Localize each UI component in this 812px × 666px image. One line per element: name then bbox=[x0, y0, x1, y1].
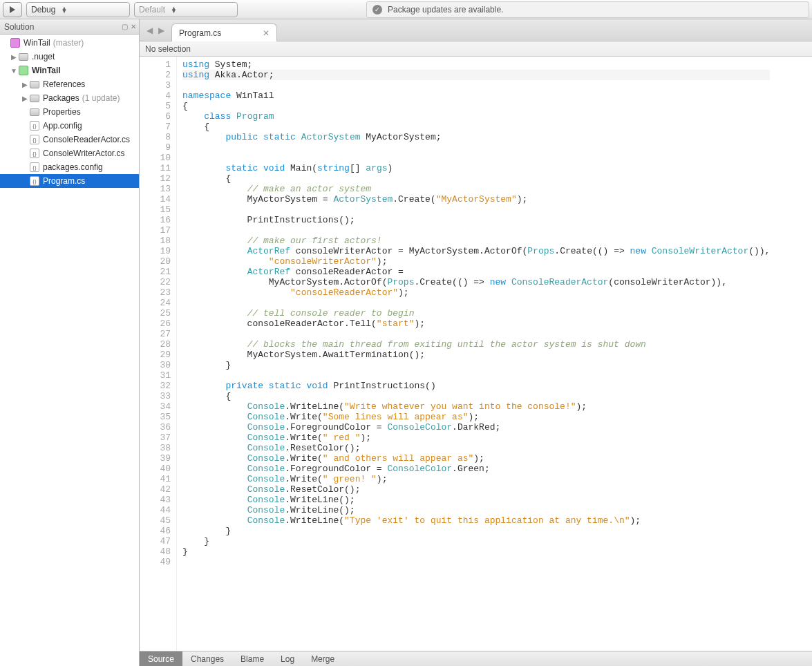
tree-item-properties[interactable]: Properties bbox=[0, 105, 139, 119]
solution-tree[interactable]: WinTail(master)▶.nuget▼WinTail▶Reference… bbox=[0, 35, 139, 666]
code-line[interactable]: // tell console reader to begin bbox=[182, 308, 770, 318]
tree-item--nuget[interactable]: ▶.nuget bbox=[0, 50, 139, 64]
code-line[interactable]: Console.ResetColor(); bbox=[182, 484, 770, 495]
code-editor[interactable]: 1234567891011121314151617181920212223242… bbox=[140, 57, 812, 651]
code-line[interactable]: Console.WriteLine(); bbox=[182, 495, 770, 505]
tab-strip: ◀ ▶ Program.cs ✕ bbox=[140, 19, 812, 41]
project-icon bbox=[18, 65, 29, 76]
tree-item-packages[interactable]: ▶Packages(1 update) bbox=[0, 91, 139, 105]
bottom-tab-changes[interactable]: Changes bbox=[182, 651, 232, 666]
line-number: 15 bbox=[140, 204, 171, 215]
code-line[interactable]: // blocks the main thread from exiting u… bbox=[182, 339, 770, 350]
code-line[interactable] bbox=[182, 298, 770, 308]
code-line[interactable]: // make an actor system bbox=[182, 184, 770, 194]
config-label: Debug bbox=[31, 5, 55, 15]
code-line[interactable]: Console.ResetColor(); bbox=[182, 443, 770, 453]
code-line[interactable]: Console.ForegroundColor = ConsoleColor.G… bbox=[182, 464, 770, 474]
nav-forward-icon[interactable]: ▶ bbox=[158, 26, 164, 35]
tree-item-wintail[interactable]: ▼WinTail bbox=[0, 64, 139, 77]
line-number: 14 bbox=[140, 194, 171, 204]
code-line[interactable]: "consoleWriterActor"); bbox=[182, 256, 770, 267]
code-line[interactable]: Console.WriteLine("Write whatever you wa… bbox=[182, 401, 770, 412]
disclosure-icon[interactable]: ▶ bbox=[21, 81, 29, 88]
code-line[interactable] bbox=[182, 557, 770, 567]
code-line[interactable] bbox=[182, 329, 770, 339]
code-line[interactable]: } bbox=[182, 360, 770, 370]
bottom-tab-source[interactable]: Source bbox=[140, 651, 182, 666]
tree-item-consolereaderactor-cs[interactable]: {}ConsoleReaderActor.cs bbox=[0, 133, 139, 146]
code-line[interactable]: ActorRef consoleWriterActor = MyActorSys… bbox=[182, 246, 770, 256]
code-content[interactable]: using System;using Akka.Actor; namespace… bbox=[177, 57, 770, 651]
panel-close-icon[interactable]: ✕ bbox=[131, 23, 136, 30]
code-line[interactable]: Console.WriteLine("Type 'exit' to quit t… bbox=[182, 515, 770, 526]
code-line[interactable]: } bbox=[182, 526, 770, 536]
code-line[interactable]: MyActorSystem.ActorOf(Props.Create(() =>… bbox=[182, 277, 770, 287]
code-line[interactable]: namespace WinTail bbox=[182, 91, 770, 101]
bottom-tab-merge[interactable]: Merge bbox=[303, 651, 343, 666]
code-line[interactable]: MyActorSystem = ActorSystem.Create("MyAc… bbox=[182, 194, 770, 204]
code-line[interactable] bbox=[182, 204, 770, 215]
code-line[interactable]: consoleReaderActor.Tell("start"); bbox=[182, 318, 770, 329]
notification-bar[interactable]: ✓ Package updates are available. bbox=[366, 1, 809, 18]
tree-item-packages-config[interactable]: {}packages.config bbox=[0, 160, 139, 174]
code-line[interactable]: Console.Write(" green! "); bbox=[182, 474, 770, 484]
code-line[interactable]: } bbox=[182, 546, 770, 557]
dropdown-arrows-icon: ▲▼ bbox=[171, 7, 177, 12]
code-line[interactable]: { bbox=[182, 122, 770, 132]
line-number: 45 bbox=[140, 515, 171, 526]
target-dropdown[interactable]: Default ▲▼ bbox=[134, 2, 238, 17]
code-line[interactable] bbox=[182, 370, 770, 381]
code-line[interactable]: using Akka.Actor; bbox=[182, 70, 770, 80]
code-line[interactable]: static void Main(string[] args) bbox=[182, 163, 770, 173]
tree-item-wintail[interactable]: WinTail(master) bbox=[0, 36, 139, 50]
line-number: 40 bbox=[140, 464, 171, 474]
code-line[interactable]: Console.ForegroundColor = ConsoleColor.D… bbox=[182, 422, 770, 432]
code-line[interactable]: class Program bbox=[182, 111, 770, 122]
code-line[interactable]: Console.WriteLine(); bbox=[182, 505, 770, 515]
config-dropdown[interactable]: Debug ▲▼ bbox=[26, 2, 130, 17]
bottom-tab-log[interactable]: Log bbox=[272, 651, 303, 666]
code-line[interactable]: Console.Write(" red "); bbox=[182, 432, 770, 443]
nav-back-icon[interactable]: ◀ bbox=[147, 26, 153, 35]
editor-bottom-tabs: SourceChangesBlameLogMerge bbox=[140, 651, 812, 666]
top-toolbar: Debug ▲▼ Default ▲▼ ✓ Package updates ar… bbox=[0, 0, 812, 19]
code-line[interactable]: } bbox=[182, 536, 770, 546]
code-line[interactable]: Console.Write(" and others will appear a… bbox=[182, 453, 770, 464]
editor-tab[interactable]: Program.cs ✕ bbox=[171, 23, 277, 41]
disclosure-icon[interactable]: ▶ bbox=[21, 95, 29, 102]
line-number: 21 bbox=[140, 267, 171, 277]
line-number: 10 bbox=[140, 153, 171, 163]
code-line[interactable] bbox=[182, 142, 770, 153]
code-line[interactable]: { bbox=[182, 391, 770, 401]
check-icon: ✓ bbox=[372, 5, 382, 15]
code-line[interactable]: Console.Write("Some lines will appear as… bbox=[182, 412, 770, 422]
tree-item-consolewriteractor-cs[interactable]: {}ConsoleWriterActor.cs bbox=[0, 146, 139, 160]
code-line[interactable] bbox=[182, 80, 770, 91]
code-line[interactable]: PrintInstructions(); bbox=[182, 215, 770, 225]
breadcrumb-bar[interactable]: No selection bbox=[140, 41, 812, 57]
code-line[interactable]: ActorRef consoleReaderActor = bbox=[182, 267, 770, 277]
line-number: 6 bbox=[140, 111, 171, 122]
disclosure-icon[interactable]: ▼ bbox=[10, 67, 18, 75]
csharp-file-icon: {} bbox=[29, 175, 40, 187]
dropdown-arrows-icon: ▲▼ bbox=[61, 7, 67, 12]
tab-close-icon[interactable]: ✕ bbox=[263, 28, 270, 38]
code-line[interactable]: using System; bbox=[182, 59, 770, 70]
tree-item-references[interactable]: ▶References bbox=[0, 77, 139, 91]
tree-item-app-config[interactable]: {}App.config bbox=[0, 119, 139, 133]
breadcrumb-text: No selection bbox=[145, 44, 191, 54]
code-line[interactable]: "consoleReaderActor"); bbox=[182, 287, 770, 298]
code-line[interactable]: private static void PrintInstructions() bbox=[182, 381, 770, 391]
bottom-tab-blame[interactable]: Blame bbox=[232, 651, 272, 666]
tree-item-program-cs[interactable]: {}Program.cs⚙ bbox=[0, 174, 139, 188]
code-line[interactable]: MyActorSystem.AwaitTermination(); bbox=[182, 350, 770, 360]
disclosure-icon[interactable]: ▶ bbox=[10, 53, 18, 61]
code-line[interactable]: { bbox=[182, 173, 770, 184]
panel-undock-icon[interactable]: ▢ bbox=[122, 23, 128, 30]
code-line[interactable] bbox=[182, 225, 770, 236]
code-line[interactable]: public static ActorSystem MyActorSystem; bbox=[182, 132, 770, 142]
code-line[interactable]: { bbox=[182, 101, 770, 111]
code-line[interactable]: // make our first actors! bbox=[182, 236, 770, 246]
code-line[interactable] bbox=[182, 153, 770, 163]
run-button[interactable] bbox=[3, 2, 22, 17]
